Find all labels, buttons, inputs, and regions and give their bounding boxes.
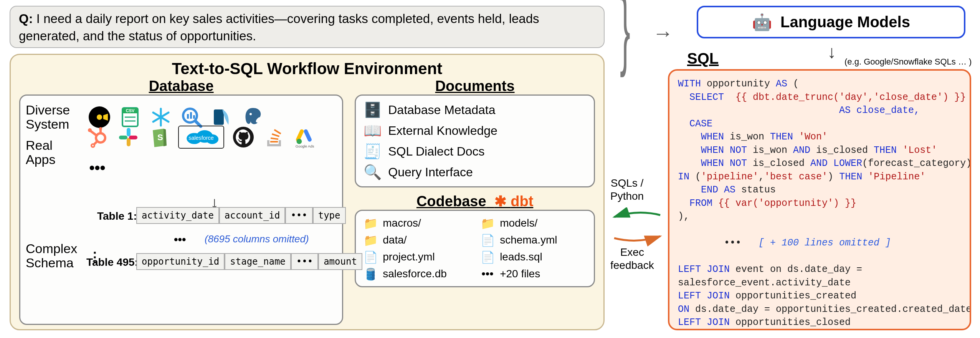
codebase-title-text: Codebase [416,193,486,209]
tok: ds.date_day = opportunities_created.crea… [689,304,971,315]
str: 'Won' [799,131,828,142]
sql-code-box: WITH opportunity AS ( SELECT {{ dbt.date… [668,69,971,330]
sqlite-icon [211,106,234,129]
code-more: •••+20 files [481,267,586,281]
str: 'Lost' [902,145,937,156]
file-icon: 📄 [364,250,377,264]
kw: LEFT JOIN [678,290,730,302]
codebase-heading: Codebase ✱ dbt [355,193,595,210]
table1-row: activity_date account_id ••• type [136,207,346,224]
kw: THEN [874,145,902,156]
github-icon [232,126,255,149]
folder-icon: 📁 [364,233,377,247]
table1-label: Table 1: [97,210,137,222]
hubspot-icon [86,126,109,149]
sql-heading: SQL [687,50,719,67]
table495-row: opportunity_id stage_name ••• amount [136,253,362,270]
svg-rect-24 [127,128,131,136]
brace-icon: } [620,4,630,53]
table495-label: Table 495: [86,256,138,268]
tok: ) [828,171,839,182]
doc-query: 🔍 Query Interface [364,163,586,181]
kw: ON [678,330,689,331]
svg-rect-14 [193,115,195,119]
svg-text:Google Ads: Google Ads [295,144,314,148]
col-cell: activity_date [136,207,219,224]
code-file: 📄project.yml [364,250,469,264]
question-box: Q: I need a daily report on key sales ac… [10,6,605,48]
tok: , [759,171,764,182]
kw: LOWER [833,158,862,169]
search-icon: 🔍 [364,163,381,181]
code-name: schema.yml [500,234,557,246]
svg-rect-36 [271,133,279,137]
doc-label: External Knowledge [388,124,497,138]
kw: ON [678,304,689,315]
clickhouse-icon [88,106,111,129]
svg-rect-35 [270,138,278,140]
folder-icon: 📁 [364,216,377,230]
db-meta-icon: 🗄️ [364,101,381,119]
tok: status [735,184,776,196]
code-file: 📄leads.sql [481,250,586,264]
doc-label: SQL Dialect Docs [388,144,484,159]
database-column: Database Diverse System CSV R [19,78,343,324]
svg-point-16 [250,113,252,115]
doc-dialect: 🧾 SQL Dialect Docs [364,142,586,160]
database-heading: Database [19,78,343,94]
kw: THEN [839,171,868,182]
documents-heading: Documents [355,78,595,94]
folder-icon: 📁 [481,216,494,230]
svg-text:CSV: CSV [126,108,135,113]
database-box: Diverse System CSV Real Apps [19,94,343,325]
file-icon: 📄 [481,250,494,264]
str: 'best case' [764,171,828,182]
kw: AND [810,158,833,169]
question-prefix: Q: [19,12,33,26]
kw: WITH [678,78,701,89]
diverse-system-icons: CSV [88,106,264,129]
googleads-icon: Google Ads [293,126,316,149]
svg-rect-34 [270,141,278,142]
sql-ellipsis: ••• [678,237,759,249]
code-name: models/ [500,217,537,229]
col-cell: amount [318,253,362,270]
svg-rect-12 [187,114,189,119]
documents-section: Documents 🗄️ Database Metadata 📖 Externa… [355,78,595,187]
language-models-box: 🤖 Language Models [697,6,965,38]
sql-omitted-note: [ + 100 lines omitted ] [759,237,891,249]
real-apps-icons: S salesforce Google Ads ••• [86,126,337,179]
kw: THEN [770,131,799,142]
str: 'Pipeline' [868,171,925,182]
tok: opportunity [701,78,776,89]
svg-point-21 [88,128,92,132]
tok: ), [678,211,689,222]
svg-rect-39 [303,129,312,142]
tok: salesforce_event.activity_date [678,277,851,288]
kw: AND [793,145,810,156]
code-folder: 📁models/ [481,216,586,230]
code-folder: 📁data/ [364,233,469,247]
svg-rect-25 [119,136,127,139]
environment-title: Text-to-SQL Workflow Environment [19,60,595,78]
question-text: I need a daily report on key sales activ… [19,12,539,43]
col-cell: account_id [219,207,286,224]
col-cell: ••• [285,207,312,224]
environment-panel: Text-to-SQL Workflow Environment Databas… [10,54,605,330]
tok: is_won [747,145,793,156]
col-cell: type [313,207,346,224]
book-icon: 📖 [364,122,381,139]
svg-line-20 [91,131,97,136]
tmpl: {{ dbt.date_trunc('day','close_date') }} [735,92,966,103]
tok: is_closed [810,145,874,156]
svg-rect-37 [274,129,281,134]
code-file: 📄schema.yml [481,233,586,247]
dbt-logo-icon: ✱ [494,193,511,209]
code-name: project.yml [383,251,435,263]
send-label: SQLs / Python [610,177,644,202]
tok: opportunities_created [730,290,856,302]
svg-rect-15 [214,109,224,125]
arrow-down-icon: ↓ [827,41,836,62]
doc-metadata: 🗄️ Database Metadata [364,101,586,119]
sql-doc-icon: 🧾 [364,142,381,160]
